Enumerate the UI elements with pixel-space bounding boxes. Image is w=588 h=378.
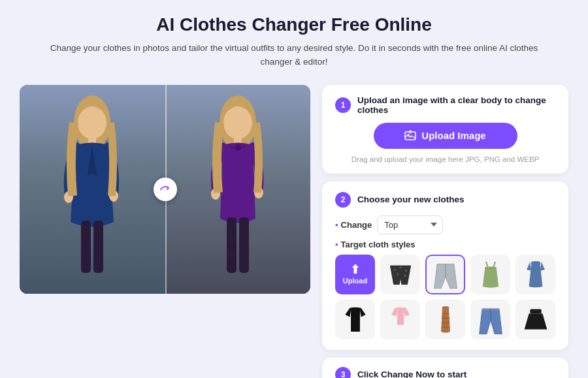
- step-3-title: Click Change Now to start: [357, 370, 466, 378]
- page-header: AI Clothes Changer Free Online Change yo…: [0, 0, 588, 78]
- after-person-svg: [202, 91, 274, 294]
- svg-line-24: [493, 262, 495, 268]
- step-2-header: 2 Choose your new clothes: [335, 192, 555, 208]
- clothes-upload-item[interactable]: ⬆ Upload: [335, 255, 375, 294]
- clothes-item-3[interactable]: [470, 255, 510, 294]
- step-3-badge: 3: [335, 367, 351, 378]
- upload-arrow-icon: ⬆: [350, 264, 360, 276]
- clothes-grid: ⬆ Upload: [335, 255, 555, 339]
- svg-rect-14: [239, 217, 249, 273]
- svg-line-23: [486, 262, 488, 268]
- clothes-item-1[interactable]: [380, 255, 420, 294]
- main-content: 1 Upload an image with a clear body to c…: [0, 78, 588, 378]
- step-1-card: 1 Upload an image with a clear body to c…: [322, 85, 568, 174]
- upload-area[interactable]: Upload Image Drag and upload your image …: [335, 123, 555, 163]
- brown-dress-icon: [429, 302, 463, 336]
- green-dress-icon: [474, 257, 508, 291]
- svg-rect-13: [227, 217, 237, 273]
- page-title: AI Clothes Changer Free Online: [39, 14, 549, 35]
- clothes-item-4[interactable]: [515, 255, 555, 294]
- clothes-item-5[interactable]: [335, 300, 375, 339]
- change-row: Change Top Bottom Dress Outerwear: [335, 215, 555, 234]
- svg-point-1: [78, 106, 106, 139]
- svg-point-19: [404, 270, 406, 272]
- step-2-badge: 2: [335, 192, 351, 208]
- right-panel: 1 Upload an image with a clear body to c…: [322, 85, 568, 378]
- upload-item-label: Upload: [343, 277, 367, 285]
- black-skirt-icon: [519, 302, 553, 336]
- upload-button-label: Upload Image: [421, 130, 485, 141]
- step-2-card: 2 Choose your new clothes Change Top Bot…: [322, 181, 568, 350]
- step-1-badge: 1: [335, 97, 351, 113]
- clothes-item-9[interactable]: [515, 300, 555, 339]
- svg-rect-5: [81, 221, 91, 273]
- dark-shorts-icon: [384, 257, 417, 291]
- blue-tank-icon: [519, 257, 553, 291]
- pink-top-icon: [384, 302, 417, 336]
- svg-point-17: [393, 269, 395, 271]
- change-label: Change: [335, 220, 372, 230]
- svg-rect-31: [530, 309, 541, 314]
- svg-rect-6: [93, 221, 103, 273]
- drag-hint-text: Drag and upload your image here JPG, PNG…: [351, 155, 540, 163]
- svg-point-10: [235, 144, 241, 151]
- svg-point-8: [223, 106, 252, 139]
- clothes-item-7[interactable]: [425, 300, 465, 339]
- blue-jeans-icon: [474, 302, 508, 336]
- curved-arrow-icon: [159, 183, 172, 196]
- step-1-header: 1 Upload an image with a clear body to c…: [335, 95, 555, 115]
- black-tshirt-icon: [338, 302, 372, 336]
- clothes-item-6[interactable]: [380, 300, 420, 339]
- clothes-item-2[interactable]: [425, 255, 465, 294]
- upload-image-button[interactable]: Upload Image: [374, 123, 517, 149]
- step-3-card: 3 Click Change Now to start: [322, 358, 568, 378]
- clothes-item-8[interactable]: [470, 300, 510, 339]
- gray-pants-icon: [429, 257, 463, 291]
- image-comparison-panel: [20, 85, 310, 294]
- step-2-title: Choose your new clothes: [357, 195, 465, 204]
- svg-point-18: [399, 266, 401, 268]
- step-3-header: 3 Click Change Now to start: [335, 367, 555, 378]
- after-image: [165, 85, 311, 294]
- page-subtitle: Change your clothes in photos and tailor…: [39, 42, 549, 69]
- svg-point-21: [404, 275, 406, 277]
- before-image: [20, 85, 165, 294]
- arrow-overlay: [154, 178, 177, 201]
- before-person-svg: [56, 91, 128, 294]
- clothes-type-dropdown[interactable]: Top Bottom Dress Outerwear: [377, 215, 443, 234]
- step-1-title: Upload an image with a clear body to cha…: [357, 95, 555, 115]
- target-cloth-label: Target cloth styles: [335, 240, 555, 249]
- svg-point-20: [396, 274, 398, 276]
- image-upload-icon: [404, 130, 416, 142]
